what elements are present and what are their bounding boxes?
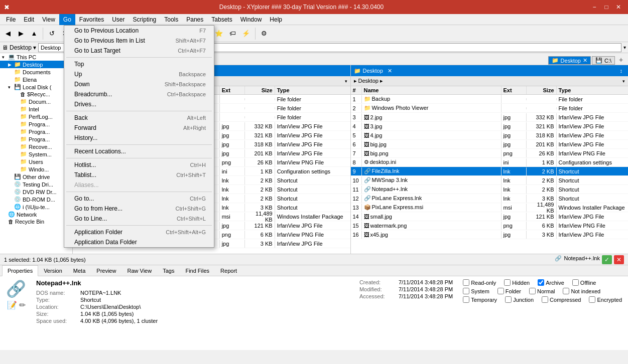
sidebar-item-thispc[interactable]: ▾ 💻 This PC — [0, 53, 72, 61]
sidebar-item-desktop[interactable]: ▶ 📁 Desktop — [0, 61, 72, 68]
go-menu-history[interactable]: History... — [64, 133, 214, 143]
right-panel-sort-btn[interactable]: ↕ — [617, 67, 625, 75]
menu-favorites[interactable]: Favorites — [75, 14, 108, 25]
go-menu-forward[interactable]: Forward Alt+Right — [64, 123, 214, 133]
right-file-row-6[interactable]: 7 🖼big.png png 26 KB IrfanView PNG File — [351, 149, 629, 158]
go-menu-back[interactable]: Back Alt+Left — [64, 113, 214, 123]
check-notindexed[interactable]: Not indexed — [563, 288, 600, 294]
tag-button[interactable]: 🏷 — [226, 27, 238, 41]
right-file-row-15[interactable]: 16 🖼x45.jpg jpg 3 KB IrfanView JPG File — [351, 230, 629, 239]
expand-desktop[interactable]: ▶ — [8, 62, 14, 67]
expand-thispc[interactable]: ▾ — [2, 55, 8, 60]
right-file-row-10[interactable]: 11 🔗Notepad++.lnk lnk 2 KB Shortcut — [351, 185, 629, 194]
sidebar-item-srecyc[interactable]: 🗑 $Recyc... — [0, 91, 72, 98]
right-file-row-1[interactable]: 2 📁Windows Photo Viewer File folder — [351, 104, 629, 113]
go-menu-goto[interactable]: Go to... Ctrl+G — [64, 194, 214, 204]
preview-edit-button[interactable]: 📝 — [7, 300, 17, 310]
forward-button[interactable]: ▶ — [15, 27, 27, 41]
sidebar-item-network-share[interactable]: 🌐 i (\\Uju-te... — [0, 203, 72, 211]
check-readonly[interactable]: Read-only — [463, 279, 496, 286]
minimize-button[interactable]: − — [589, 2, 600, 12]
refresh-button[interactable]: ↺ — [46, 27, 58, 41]
menu-panes[interactable]: Panes — [182, 14, 207, 25]
menu-tools[interactable]: Tools — [160, 14, 182, 25]
go-menu-top[interactable]: Top — [64, 59, 214, 69]
preview-tab-report[interactable]: Report — [215, 265, 242, 276]
preview-tab-tags[interactable]: Tags — [157, 265, 180, 276]
sidebar-item-documents[interactable]: 📁 Documents — [0, 68, 72, 76]
right-col-type[interactable]: Type — [557, 86, 629, 94]
check-temporary[interactable]: Temporary — [463, 296, 497, 303]
sidebar-item-testing[interactable]: 💿 Testing Dri... — [0, 180, 72, 188]
preview-tab-properties[interactable]: Properties — [2, 265, 38, 276]
go-menu-recent-locations[interactable]: Recent Locations... — [64, 146, 214, 156]
sidebar-item-bdrom[interactable]: 💿 BD-ROM D... — [0, 196, 72, 203]
right-file-row-3[interactable]: 4 🖼3.jpg jpg 321 KB IrfanView JPG File — [351, 122, 629, 131]
maximize-button[interactable]: □ — [601, 2, 612, 12]
go-menu-breadcrumb[interactable]: Breadcrumb... Ctrl+Backspace — [64, 89, 214, 99]
right-file-row-13[interactable]: 14 🖼small.jpg jpg 121 KB IrfanView JPG F… — [351, 212, 629, 221]
sidebar-item-progra3[interactable]: 📁 Progra... — [0, 135, 72, 143]
go-menu-last-target[interactable]: Go to Last Target Ctrl+Alt+F7 — [64, 46, 214, 56]
left-col-ext[interactable]: Ext — [220, 86, 245, 94]
preview-tab-rawview[interactable]: Raw View — [121, 265, 157, 276]
sidebar-item-users[interactable]: 📁 Users — [0, 158, 72, 165]
go-menu-previous-item[interactable]: Go to Previous Item in List Shift+Alt+F7 — [64, 36, 214, 46]
preview-tab-findfiles[interactable]: Find Files — [180, 265, 215, 276]
go-menu-up[interactable]: Up Backspace — [64, 69, 214, 79]
menu-file[interactable]: File — [2, 14, 20, 25]
check-offline[interactable]: Offline — [572, 279, 596, 286]
sidebar-item-windows[interactable]: 📁 Windo... — [0, 165, 72, 173]
status-ok-button[interactable]: ✓ — [602, 255, 612, 264]
back-button[interactable]: ◀ — [2, 27, 14, 41]
preview-pencil-button[interactable]: ✏ — [19, 300, 26, 310]
settings-button[interactable]: ⚙ — [258, 27, 270, 41]
right-panel-tab-close[interactable]: ✕ — [583, 57, 587, 64]
check-encrypted[interactable]: Encrypted — [589, 296, 622, 303]
left-col-type[interactable]: Type — [275, 86, 350, 94]
check-system[interactable]: System — [463, 288, 489, 294]
sidebar-item-localdisk[interactable]: ▾ 💾 Local Disk ( — [0, 83, 72, 91]
right-col-ext[interactable]: Ext — [501, 86, 527, 94]
sidebar-item-perflog[interactable]: 📁 PerfLog... — [0, 113, 72, 120]
check-folder[interactable]: Folder — [497, 288, 521, 294]
right-file-row-4[interactable]: 5 🖼4.jpg jpg 318 KB IrfanView JPG File — [351, 131, 629, 140]
right-file-row-11[interactable]: 12 🔗PixLane Express.lnk lnk 3 KB Shortcu… — [351, 194, 629, 203]
sidebar-item-otherdrive[interactable]: 💾 Other drive — [0, 173, 72, 180]
check-compressed[interactable]: Compressed — [542, 296, 581, 303]
preview-tab-preview[interactable]: Preview — [91, 265, 121, 276]
menu-help[interactable]: Help — [266, 14, 286, 25]
menu-tabsets[interactable]: Tabsets — [207, 14, 236, 25]
check-junction[interactable]: Junction — [505, 296, 534, 303]
menu-edit[interactable]: Edit — [20, 14, 38, 25]
sidebar-item-system[interactable]: 📁 System... — [0, 150, 72, 158]
sidebar-item-elena[interactable]: 📁 Elena — [0, 76, 72, 83]
left-col-size[interactable]: Size — [245, 86, 275, 94]
address-dropdown[interactable]: 🖥 Desktop ▾ — [2, 44, 36, 51]
go-menu-drives[interactable]: Drives... — [64, 99, 214, 109]
check-hidden[interactable]: Hidden — [504, 279, 530, 286]
go-menu-app-data-folder[interactable]: Application Data Folder — [64, 237, 214, 247]
go-menu-previous-location[interactable]: Go to Previous Location F7 — [64, 26, 214, 36]
preview-tab-version[interactable]: Version — [38, 265, 68, 276]
right-file-row-14[interactable]: 15 🖼watermark.png png 6 KB IrfanView PNG… — [351, 221, 629, 230]
go-menu-down[interactable]: Down Shift+Backspace — [64, 79, 214, 89]
sidebar-item-progra2[interactable]: 📁 Progra... — [0, 128, 72, 135]
sidebar-item-progra1[interactable]: 📁 Progra... — [0, 120, 72, 128]
right-col-size[interactable]: Size — [527, 86, 557, 94]
expand-localdisk[interactable]: ▾ — [8, 85, 14, 90]
sidebar-item-recyclebin[interactable]: 🗑 Recycle Bin — [0, 218, 72, 225]
menu-go[interactable]: Go — [59, 14, 75, 25]
right-file-row-5[interactable]: 6 🖼big.jpg jpg 201 KB IrfanView JPG File — [351, 140, 629, 149]
right-file-row-8[interactable]: 9 🔗FileZilla.lnk lnk 2 KB Shortcut — [351, 167, 629, 176]
sidebar-item-dvdrw[interactable]: 💿 DVD RW Dr... — [0, 188, 72, 196]
go-menu-goto-from-here[interactable]: Go to from Here... Ctrl+Shift+G — [64, 204, 214, 214]
sidebar-item-recove[interactable]: 📁 Recove... — [0, 143, 72, 150]
right-file-row-7[interactable]: 8 ⚙desktop.ini ini 1 KB Configuration se… — [351, 158, 629, 167]
preview-tab-meta[interactable]: Meta — [68, 265, 91, 276]
right-tab-add-button[interactable]: + — [616, 55, 626, 65]
script-button[interactable]: ⚡ — [239, 27, 253, 41]
go-menu-app-folder[interactable]: Application Folder Ctrl+Shift+Alt+G — [64, 227, 214, 237]
close-button[interactable]: ✕ — [613, 2, 624, 12]
right-file-row-12[interactable]: 13 📦PixLane Express.msi msi 11,489 KB Wi… — [351, 203, 629, 212]
